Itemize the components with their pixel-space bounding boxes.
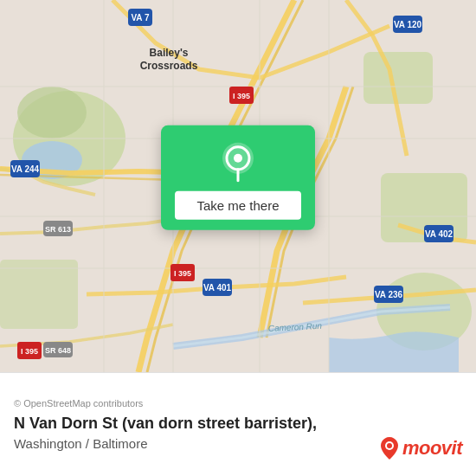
copyright-text: © OpenStreetMap contributors — [14, 398, 462, 408]
svg-text:Crossroads: Crossroads — [140, 60, 198, 72]
svg-point-2 — [17, 87, 87, 138]
svg-text:VA 236: VA 236 — [375, 290, 403, 299]
svg-text:VA 7: VA 7 — [131, 13, 150, 23]
svg-text:Bailey's: Bailey's — [150, 47, 189, 59]
location-card: Take me there — [161, 125, 315, 230]
svg-text:VA 120: VA 120 — [394, 20, 422, 29]
svg-text:VA 401: VA 401 — [203, 283, 232, 293]
location-name: N Van Dorn St (van dorn street barrister… — [14, 414, 462, 434]
svg-text:SR 648: SR 648 — [45, 346, 71, 355]
pin-icon — [221, 141, 255, 183]
svg-text:I 395: I 395 — [174, 269, 191, 278]
svg-point-50 — [387, 443, 392, 448]
take-me-there-button[interactable]: Take me there — [175, 191, 301, 220]
svg-text:VA 244: VA 244 — [11, 164, 40, 174]
pin-icon-container — [217, 141, 259, 183]
moovit-logo-pin — [380, 436, 399, 460]
bottom-bar: © OpenStreetMap contributors N Van Dorn … — [0, 372, 476, 476]
moovit-brand-text: moovit — [402, 437, 462, 460]
svg-rect-3 — [363, 52, 433, 104]
moovit-logo: moovit — [380, 436, 462, 460]
svg-rect-6 — [0, 260, 78, 329]
svg-point-47 — [234, 154, 242, 163]
app-container: VA 7 VA 244 VA 244 I 395 I 395 I 395 I 3… — [0, 0, 476, 476]
svg-text:VA 402: VA 402 — [425, 229, 453, 239]
svg-text:I 395: I 395 — [21, 347, 38, 356]
svg-text:I 395: I 395 — [233, 92, 250, 100]
svg-text:SR 613: SR 613 — [45, 225, 71, 234]
map-container: VA 7 VA 244 VA 244 I 395 I 395 I 395 I 3… — [0, 0, 476, 372]
